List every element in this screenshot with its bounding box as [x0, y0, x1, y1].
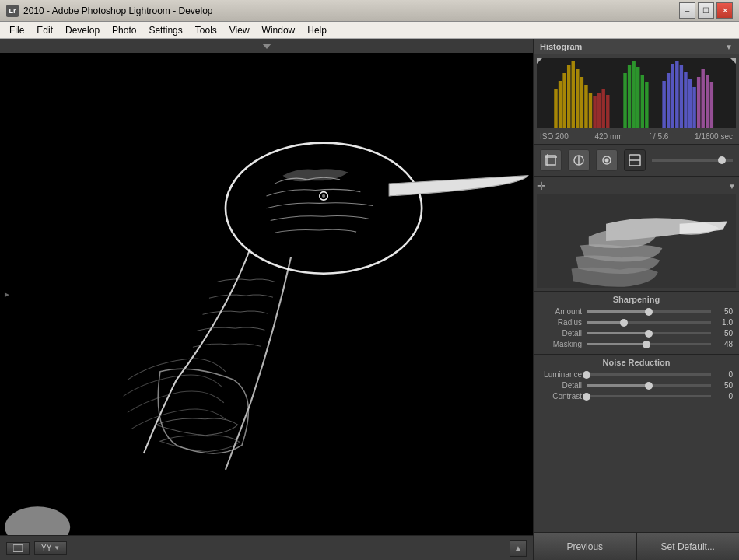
amount-fill	[587, 310, 649, 313]
histogram-dropdown-icon[interactable]: ▼	[725, 43, 733, 51]
luminance-slider[interactable]	[587, 373, 711, 376]
histogram-chart	[537, 58, 736, 128]
svg-rect-17	[597, 93, 601, 128]
exif-shutter: 1/1600 sec	[695, 132, 733, 141]
window-controls: – ☐ ✕	[679, 2, 733, 19]
menu-view[interactable]: View	[223, 23, 256, 37]
main-container: ►	[0, 39, 739, 560]
photo-canvas	[0, 53, 533, 535]
svg-rect-9	[562, 73, 566, 128]
menu-help[interactable]: Help	[301, 23, 333, 37]
masking-thumb[interactable]	[643, 341, 650, 348]
panel-bottom: Previous Set Default...	[534, 532, 739, 560]
set-default-button[interactable]: Set Default...	[637, 533, 740, 560]
nr-contrast-row: Contrast 0	[540, 392, 733, 401]
menu-window[interactable]: Window	[256, 23, 302, 37]
crosshair-icon[interactable]: ✛	[537, 180, 546, 192]
nr-contrast-label: Contrast	[540, 392, 587, 401]
exif-iso: ISO 200	[540, 132, 569, 141]
radius-fill	[587, 321, 624, 324]
tool-slider-thumb[interactable]	[718, 156, 726, 164]
menu-settings[interactable]: Settings	[142, 23, 188, 37]
title-bar: Lr 2010 - Adobe Photoshop Lightroom - De…	[0, 0, 739, 22]
nr-contrast-thumb[interactable]	[583, 393, 590, 401]
bird-svg	[0, 53, 533, 535]
menu-edit[interactable]: Edit	[30, 23, 59, 37]
crop-tool-button[interactable]	[540, 149, 562, 171]
amount-value: 50	[711, 307, 733, 316]
svg-rect-29	[675, 61, 678, 128]
spot-removal-button[interactable]	[568, 149, 590, 171]
menu-tools[interactable]: Tools	[189, 23, 223, 37]
tools-row	[534, 145, 739, 177]
previous-button[interactable]: Previous	[534, 533, 637, 560]
svg-rect-19	[606, 95, 609, 128]
right-panel: Histogram ▼	[533, 39, 739, 560]
histogram-header: Histogram ▼	[534, 39, 739, 54]
collapse-top-icon[interactable]	[262, 44, 271, 49]
nr-detail-thumb[interactable]	[645, 382, 653, 390]
svg-rect-7	[554, 89, 557, 128]
detail-panel[interactable]: ✛ ▼	[534, 177, 739, 532]
preview-collapse-icon[interactable]: ▼	[728, 182, 736, 191]
svg-rect-20	[623, 73, 626, 128]
minimize-button[interactable]: –	[679, 2, 695, 19]
redeye-button[interactable]	[596, 149, 618, 171]
svg-rect-37	[710, 82, 713, 128]
radius-thumb[interactable]	[620, 319, 628, 327]
luminance-thumb[interactable]	[583, 371, 590, 379]
radius-slider[interactable]	[587, 321, 711, 324]
svg-rect-18	[601, 89, 604, 128]
svg-rect-26	[662, 81, 665, 128]
app-icon: Lr	[6, 5, 19, 17]
svg-rect-31	[684, 72, 687, 128]
menu-photo[interactable]: Photo	[106, 23, 142, 37]
yy-button[interactable]: YY ▼	[34, 541, 67, 555]
close-button[interactable]: ✕	[716, 2, 733, 19]
nr-detail-label: Detail	[540, 381, 587, 390]
luminance-value: 0	[711, 370, 733, 379]
nr-detail-fill	[587, 384, 649, 387]
svg-rect-0	[0, 53, 533, 535]
view-mode-button[interactable]	[6, 542, 30, 555]
svg-point-44	[605, 159, 609, 163]
amount-slider[interactable]	[587, 310, 711, 313]
clipping-right-icon[interactable]	[730, 58, 736, 64]
clipping-left-icon[interactable]	[537, 58, 543, 64]
maximize-button[interactable]: ☐	[698, 2, 714, 19]
radius-label: Radius	[540, 318, 587, 327]
exif-focal-length: 420 mm	[594, 132, 622, 141]
masking-slider[interactable]	[587, 343, 711, 345]
masking-fill	[587, 343, 646, 345]
amount-thumb[interactable]	[645, 308, 653, 316]
graduated-filter-button[interactable]	[624, 149, 646, 171]
amount-row: Amount 50	[540, 307, 733, 316]
tool-slider-container	[652, 159, 733, 162]
svg-rect-16	[593, 96, 596, 128]
svg-rect-13	[580, 77, 583, 128]
tool-brightness-slider[interactable]	[652, 159, 733, 162]
svg-rect-14	[584, 85, 587, 128]
masking-row: Masking 48	[540, 340, 733, 348]
menu-file[interactable]: File	[3, 23, 30, 37]
svg-rect-35	[701, 69, 704, 128]
yy-dropdown-icon: ▼	[54, 544, 60, 551]
masking-label: Masking	[540, 340, 587, 348]
svg-rect-8	[559, 81, 562, 128]
detail-value: 50	[711, 329, 733, 338]
menu-develop[interactable]: Develop	[59, 23, 106, 37]
noise-reduction-section: Noise Reduction Luminance 0 Detail	[534, 354, 739, 406]
nr-detail-value: 50	[711, 381, 733, 390]
nr-detail-slider[interactable]	[587, 384, 711, 387]
detail-slider[interactable]	[587, 332, 711, 334]
left-panel-toggle[interactable]: ►	[3, 290, 11, 299]
exif-aperture: f / 5.6	[649, 132, 668, 141]
toolbar-collapse-button[interactable]: ▲	[510, 540, 527, 557]
image-area: ►	[0, 39, 533, 560]
svg-rect-36	[706, 75, 709, 128]
preview-section: ✛ ▼	[534, 177, 739, 291]
svg-rect-11	[572, 61, 575, 128]
svg-rect-34	[697, 77, 700, 128]
nr-contrast-slider[interactable]	[587, 395, 711, 397]
detail-thumb[interactable]	[645, 330, 653, 338]
